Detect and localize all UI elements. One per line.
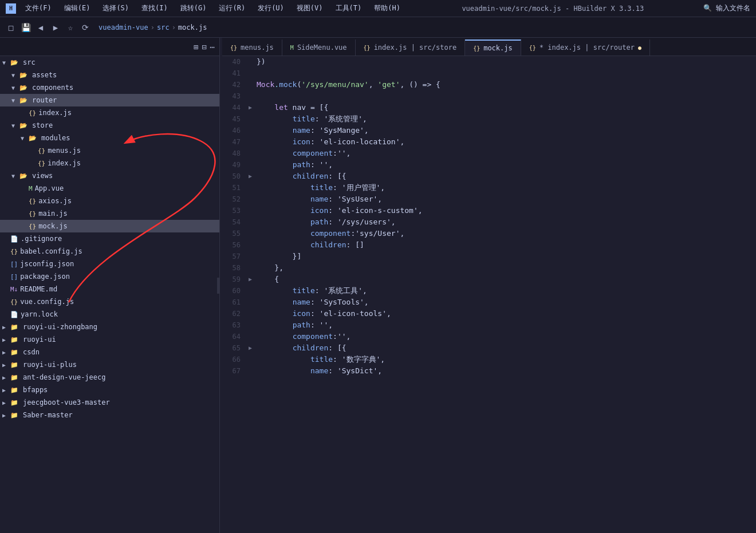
fold-icon[interactable] [246, 331, 254, 342]
fold-icon[interactable] [246, 285, 254, 297]
breadcrumb-part2[interactable]: src [157, 23, 170, 31]
tree-item-axios-js[interactable]: {}axios.js [0, 195, 219, 207]
fold-icon[interactable] [246, 228, 254, 239]
tree-item-app-vue[interactable]: MApp.vue [0, 182, 219, 195]
tree-item-src[interactable]: ▼📂src [0, 56, 219, 69]
tree-item-index-js[interactable]: {}index.js [0, 106, 219, 119]
tree-item-router[interactable]: ▼📂router [0, 94, 219, 106]
fold-icon[interactable] [246, 113, 254, 125]
forward-button[interactable]: ▶ [49, 21, 62, 34]
line-content: title: '系统管理', [254, 113, 756, 125]
tree-item-csdn[interactable]: ▶📁csdn [0, 346, 219, 358]
tree-item-index-js[interactable]: {}index.js [0, 157, 219, 169]
line-number: 63 [222, 319, 246, 331]
tree-item--gitignore[interactable]: 📄.gitignore [0, 232, 219, 245]
fold-icon[interactable] [246, 297, 254, 308]
tree-item-jeecgboot-vue3-master[interactable]: ▶📁jeecgboot-vue3-master [0, 396, 219, 409]
tree-item-readme-md[interactable]: M↓README.md [0, 283, 219, 295]
fold-icon[interactable] [246, 148, 254, 159]
line-content: children: [] [254, 239, 756, 251]
fold-icon[interactable] [246, 159, 254, 171]
tab-menus-js[interactable]: {}menus.js [222, 40, 282, 56]
window-title: vueadmin-vue/src/mock.js - HBuilder X 3.… [403, 5, 703, 13]
fold-icon[interactable] [246, 90, 254, 102]
fold-icon[interactable]: ▶ [246, 274, 254, 285]
fold-icon[interactable] [246, 262, 254, 274]
menu-item[interactable]: 发行(U) [255, 3, 286, 13]
tree-item-saber-master[interactable]: ▶📁Saber-master [0, 409, 219, 421]
fold-icon[interactable] [246, 308, 254, 319]
collapse-icon[interactable]: ⊟ [202, 42, 206, 52]
fold-icon[interactable]: ▶ [246, 171, 254, 182]
back-button[interactable]: ◀ [34, 21, 47, 34]
tree-item-modules[interactable]: ▼📂modules [0, 132, 219, 144]
menu-item[interactable]: 帮助(H) [372, 3, 403, 13]
tree-item-views[interactable]: ▼📂views [0, 169, 219, 182]
tree-arrow: ▼ [11, 123, 19, 129]
tree-item-store[interactable]: ▼📂store [0, 119, 219, 132]
tree-item-package-json[interactable]: []package.json [0, 270, 219, 283]
menu-item[interactable]: 工具(T) [333, 3, 364, 13]
menu-item[interactable]: 查找(I) [139, 3, 170, 13]
code-editor[interactable]: 40})4142Mock.mock('/sys/menu/nav', 'get'… [222, 56, 756, 533]
tree-item-assets[interactable]: ▼📂assets [0, 69, 219, 81]
menu-item[interactable]: 视图(V) [294, 3, 325, 13]
breadcrumb-part1[interactable]: vueadmin-vue [99, 23, 148, 31]
tree-item-mock-js[interactable]: {}mock.js [0, 220, 219, 232]
fold-icon[interactable] [246, 136, 254, 148]
menu-item[interactable]: 选择(S) [100, 3, 131, 13]
fold-icon[interactable] [246, 182, 254, 194]
tree-item-label: ruoyi-ui-zhongbang [23, 323, 97, 331]
new-file-icon[interactable]: ⊞ [194, 42, 198, 52]
fold-icon[interactable] [246, 68, 254, 79]
bookmark-button[interactable]: ☆ [64, 21, 77, 34]
menu-item[interactable]: 跳转(G) [178, 3, 209, 13]
fold-icon[interactable]: ▶ [246, 342, 254, 354]
tree-item-ant-design-vue-jeecg[interactable]: ▶📁ant-design-vue-jeecg [0, 371, 219, 384]
tree-item-yarn-lock[interactable]: 📄yarn.lock [0, 308, 219, 321]
fold-icon[interactable] [246, 251, 254, 262]
menu-item[interactable]: 编辑(E) [62, 3, 93, 13]
tab-index-js---src-store[interactable]: {}index.js | src/store [356, 40, 466, 56]
tree-item-label: router [32, 96, 57, 104]
tree-item-ruoyi-ui-plus[interactable]: ▶📁ruoyi-ui-plus [0, 358, 219, 371]
save-button[interactable]: 💾 [19, 21, 32, 34]
fold-icon[interactable] [246, 319, 254, 331]
line-content: component:'', [254, 331, 756, 342]
file-search[interactable]: 🔍 输入文件名 [703, 3, 750, 13]
breadcrumb-part3[interactable]: mock.js [178, 23, 207, 31]
fold-icon[interactable] [246, 239, 254, 251]
tree-item-jsconfig-json[interactable]: []jsconfig.json [0, 258, 219, 270]
reload-button[interactable]: ⟳ [79, 21, 92, 34]
tree-item-ruoyi-ui-zhongbang[interactable]: ▶📁ruoyi-ui-zhongbang [0, 321, 219, 333]
fold-icon[interactable] [246, 194, 254, 205]
new-file-button[interactable]: □ [5, 21, 17, 34]
tab---index-js---src-router[interactable]: {}* index.js | src/router● [521, 40, 650, 56]
tree-item-main-js[interactable]: {}main.js [0, 207, 219, 220]
line-content: name: 'SysTools', [254, 297, 756, 308]
folder-open-icon: 📂 [10, 59, 21, 66]
tab-mock-js[interactable]: {}mock.js [465, 40, 521, 56]
fold-icon[interactable] [246, 125, 254, 136]
tab-icon: {} [364, 45, 371, 51]
folder-icon: 📁 [10, 349, 21, 356]
fold-icon[interactable] [246, 56, 254, 68]
menu-bar[interactable]: 文件(F)编辑(E)选择(S)查找(I)跳转(G)运行(R)发行(U)视图(V)… [23, 3, 403, 13]
tree-item-bfapps[interactable]: ▶📁bfapps [0, 384, 219, 396]
more-icon[interactable]: ⋯ [210, 42, 215, 52]
tree-item-babel-config-js[interactable]: {}babel.config.js [0, 245, 219, 258]
fold-icon[interactable] [246, 79, 254, 90]
tab-sidemenu-vue[interactable]: MSideMenu.vue [282, 40, 356, 56]
tree-item-ruoyi-ui[interactable]: ▶📁ruoyi-ui [0, 333, 219, 346]
fold-icon[interactable] [246, 216, 254, 228]
tree-item-components[interactable]: ▼📂components [0, 81, 219, 94]
tree-item-menus-js[interactable]: {}menus.js [0, 144, 219, 157]
fold-icon[interactable]: ▶ [246, 102, 254, 113]
menu-item[interactable]: 运行(R) [216, 3, 247, 13]
fold-icon[interactable] [246, 365, 254, 377]
fold-icon[interactable] [246, 205, 254, 216]
tree-item-vue-config-js[interactable]: {}vue.config.js [0, 295, 219, 308]
menu-item[interactable]: 文件(F) [23, 3, 54, 13]
fold-icon[interactable] [246, 354, 254, 365]
file-tree: ⊞ ⊟ ⋯ ▼📂src▼📂assets▼📂components▼📂router{… [0, 38, 220, 533]
